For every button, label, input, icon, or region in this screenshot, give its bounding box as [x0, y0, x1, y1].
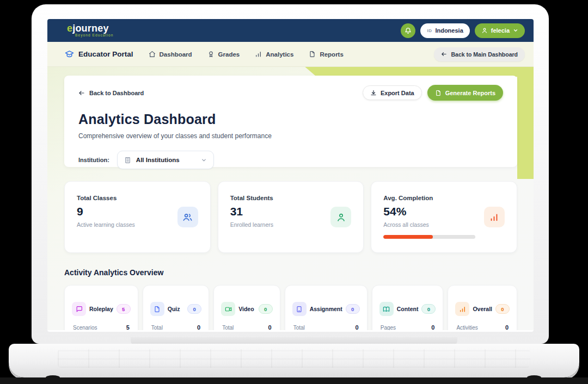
bar-chart-icon [255, 51, 262, 58]
activity-badge: 5 [117, 304, 131, 314]
back-to-dashboard-link[interactable]: Back to Dashboard [78, 90, 144, 96]
chat-bubble-icon [72, 302, 86, 316]
graduation-cap-icon [65, 49, 74, 59]
person-icon [330, 207, 351, 227]
stats-row: Total Classes 9 Active learning classes … [64, 181, 517, 253]
generate-label: Generate Reports [445, 90, 495, 96]
brand-label: Educator Portal [78, 50, 133, 58]
nav-label: Reports [320, 51, 343, 58]
download-icon [370, 90, 377, 96]
activity-card-content: Content 0 Pages 0 [372, 285, 444, 330]
activity-stat-value: 0 [505, 324, 509, 330]
home-icon [149, 51, 156, 58]
nav-label: Analytics [266, 51, 293, 58]
nav-item-reports[interactable]: Reports [309, 51, 343, 58]
activity-label: Roleplay [89, 306, 113, 312]
activity-card-quiz: Quiz 0 Total 0 [143, 285, 209, 330]
generate-reports-button[interactable]: Generate Reports [427, 85, 503, 101]
video-camera-icon [221, 302, 235, 316]
activity-stat-label: Total [293, 325, 305, 331]
notifications-button[interactable] [401, 23, 415, 38]
activity-card-roleplay: Roleplay 5 Scenarios 5 [64, 285, 138, 330]
stat-sublabel: Across all classes [383, 221, 475, 228]
arrow-left-icon [78, 90, 85, 96]
activity-stat-value: 0 [356, 324, 359, 330]
chevron-down-icon [513, 28, 518, 33]
activity-card-video: Video 0 Total 0 [213, 285, 280, 330]
activity-label: Quiz [168, 306, 184, 312]
activity-label: Video [238, 306, 255, 312]
institution-label: Institution: [78, 157, 109, 163]
lime-accent-column [517, 67, 534, 179]
dashboard-header-card: Back to Dashboard Export Data [64, 76, 517, 167]
locale-code: ID [427, 28, 432, 33]
page-title: Analytics Dashboard [78, 112, 503, 127]
completion-progress-fill [383, 235, 433, 239]
arrow-left-icon [441, 51, 447, 57]
activity-stat-value: 0 [431, 324, 434, 330]
stat-value: 54% [383, 205, 475, 218]
nav-item-analytics[interactable]: Analytics [255, 51, 293, 58]
tablet-icon [292, 302, 307, 316]
activity-badge: 0 [421, 304, 436, 314]
bar-chart-icon [484, 207, 505, 227]
activity-card-assignment: Assignment 0 Total 0 [285, 285, 367, 330]
export-data-button[interactable]: Export Data [363, 85, 422, 100]
laptop-screen: ejourney Beyond Education ID Indonesia [47, 19, 534, 332]
page-subtitle: Comprehensive overview of your classes a… [78, 132, 503, 140]
laptop-lid: ejourney Beyond Education ID Indonesia [32, 4, 549, 344]
bell-icon [405, 27, 412, 34]
activity-badge: 0 [495, 304, 510, 314]
activity-stat-label: Total [151, 325, 163, 331]
file-icon [150, 302, 164, 316]
back-link-label: Back to Dashboard [89, 90, 144, 96]
activity-label: Assignment [310, 306, 342, 312]
activity-stat-value: 5 [126, 324, 130, 330]
file-icon [309, 51, 316, 58]
user-name: felecia [491, 27, 510, 34]
nav-item-grades[interactable]: Grades [207, 51, 240, 58]
nav-item-dashboard[interactable]: Dashboard [149, 51, 192, 58]
user-menu[interactable]: felecia [475, 23, 525, 38]
chevron-down-icon [201, 157, 207, 163]
building-icon [124, 157, 131, 164]
institution-select[interactable]: All Institutions [117, 151, 214, 169]
activity-badge: 0 [259, 304, 273, 314]
laptop-mockup: ejourney Beyond Education ID Indonesia [0, 0, 588, 384]
person-icon [481, 27, 488, 34]
activity-label: Content [397, 306, 419, 312]
back-to-main-label: Back to Main Dashboard [451, 51, 518, 58]
section-title: Activity Analytics Overview [64, 268, 534, 277]
book-open-icon [379, 302, 394, 316]
completion-progress-track [383, 235, 475, 239]
activity-badge: 0 [187, 304, 201, 314]
logo-text: journey [72, 23, 108, 34]
stat-label: Total Students [230, 195, 273, 201]
laptop-base [9, 344, 579, 377]
activity-stat-value: 0 [197, 324, 200, 330]
stat-value: 9 [77, 205, 135, 218]
activity-stat-label: Pages [381, 325, 396, 331]
stat-sublabel: Active learning classes [77, 221, 135, 228]
floor-shadow [0, 377, 588, 384]
logo-wordmark: ejourney [67, 23, 113, 33]
export-label: Export Data [381, 90, 414, 96]
nav-label: Dashboard [160, 51, 192, 58]
stat-value: 31 [230, 205, 273, 218]
institution-value: All Institutions [136, 157, 196, 163]
stat-label: Total Classes [77, 195, 135, 201]
top-navbar: ejourney Beyond Education ID Indonesia [47, 19, 534, 42]
activity-stat-label: Total [222, 325, 234, 331]
file-icon [435, 90, 442, 96]
activity-stat-value: 0 [268, 324, 272, 330]
back-to-main-dashboard-button[interactable]: Back to Main Dashboard [434, 47, 525, 61]
stat-label: Avg. Completion [383, 195, 475, 201]
secondary-navbar: Educator Portal Dashboard Grades [47, 42, 534, 67]
nav-label: Grades [218, 51, 240, 58]
stat-card-avg-completion: Avg. Completion 54% Across all classes [371, 181, 517, 253]
stat-card-total-students: Total Students 31 Enrolled learners [218, 181, 364, 253]
locale-selector[interactable]: ID Indonesia [420, 23, 469, 38]
users-icon [177, 207, 198, 227]
bar-chart-icon [455, 302, 469, 316]
activity-badge: 0 [346, 304, 360, 314]
